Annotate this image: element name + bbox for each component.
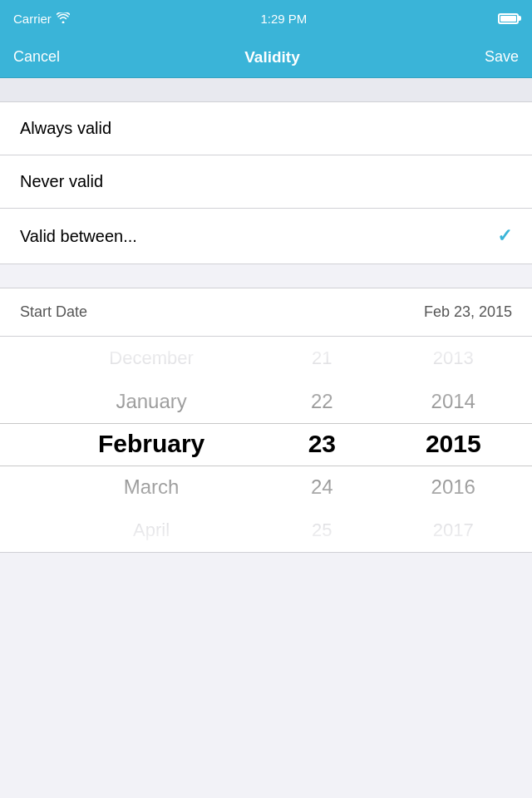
date-picker[interactable]: DecemberJanuaryFebruaryMarchApril 212223…	[0, 337, 532, 553]
start-date-value: Feb 23, 2015	[424, 303, 512, 321]
start-date-label: Start Date	[20, 303, 87, 321]
picker-item[interactable]: 2017	[375, 509, 532, 552]
start-date-row[interactable]: Start Date Feb 23, 2015	[0, 288, 532, 337]
cancel-button[interactable]: Cancel	[13, 42, 60, 72]
picker-item[interactable]: 25	[269, 509, 374, 552]
save-button[interactable]: Save	[485, 42, 519, 72]
picker-item[interactable]: 2013	[375, 337, 532, 380]
status-bar-time: 1:29 PM	[260, 12, 307, 26]
picker-item[interactable]: 2016	[375, 466, 532, 509]
valid-between-option[interactable]: Valid between... ✓	[0, 209, 532, 264]
page-title: Validity	[244, 48, 300, 66]
days-column[interactable]: 2122232425	[269, 337, 374, 552]
validity-options: Always valid Never valid Valid between..…	[0, 101, 532, 264]
carrier-label: Carrier	[13, 12, 52, 26]
status-bar-left: Carrier	[13, 12, 70, 26]
wifi-icon	[57, 12, 70, 26]
top-spacer	[0, 78, 532, 101]
years-column[interactable]: 20132014201520162017	[375, 337, 532, 552]
never-valid-option[interactable]: Never valid	[0, 155, 532, 209]
picker-columns: DecemberJanuaryFebruaryMarchApril 212223…	[0, 337, 532, 552]
picker-item[interactable]: 23	[269, 423, 374, 466]
picker-item[interactable]: February	[33, 423, 269, 466]
status-bar: Carrier 1:29 PM	[0, 0, 532, 37]
picker-item[interactable]: 21	[269, 337, 374, 380]
battery-icon	[498, 13, 519, 24]
nav-bar: Cancel Validity Save	[0, 37, 532, 78]
picker-item[interactable]: 2014	[375, 380, 532, 423]
never-valid-label: Never valid	[20, 172, 103, 191]
picker-item[interactable]: April	[33, 509, 269, 552]
picker-item[interactable]: 24	[269, 466, 374, 509]
checkmark-icon: ✓	[497, 225, 512, 247]
picker-item[interactable]: 22	[269, 380, 374, 423]
status-bar-right	[498, 13, 519, 24]
picker-item[interactable]: March	[33, 466, 269, 509]
always-valid-option[interactable]: Always valid	[0, 102, 532, 155]
valid-between-label: Valid between...	[20, 227, 137, 246]
picker-item[interactable]: 2015	[375, 423, 532, 466]
always-valid-label: Always valid	[20, 119, 111, 138]
months-column[interactable]: DecemberJanuaryFebruaryMarchApril	[0, 337, 269, 552]
picker-item[interactable]: January	[33, 380, 269, 423]
picker-item[interactable]: December	[33, 337, 269, 380]
